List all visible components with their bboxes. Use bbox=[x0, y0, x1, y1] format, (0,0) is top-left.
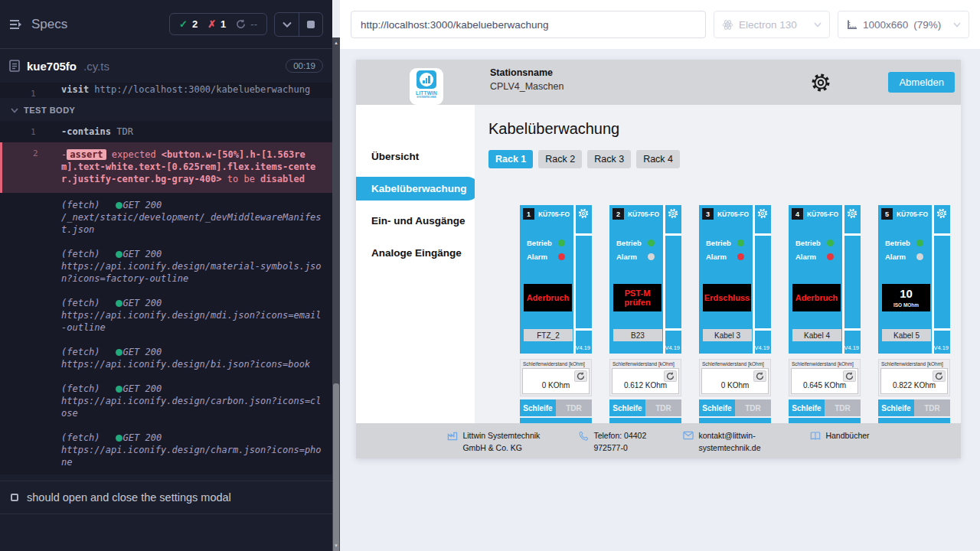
led-label: Betrieb bbox=[527, 239, 553, 247]
spec-file-icon bbox=[9, 60, 20, 72]
tdr-button[interactable]: TDR bbox=[735, 399, 771, 416]
fetch-url: https://api.iconify.design/charm.json?ic… bbox=[61, 444, 322, 468]
tab-rack-2[interactable]: Rack 2 bbox=[538, 150, 582, 168]
log-contains-command[interactable]: 1 -contains TDR bbox=[0, 121, 332, 142]
cable-name: B23 bbox=[613, 329, 662, 341]
page-title: Kabelüberwachung bbox=[488, 120, 961, 138]
log-assert-command-failed[interactable]: 2 -assert expected <button.w-[50%].h-[1.… bbox=[0, 142, 332, 193]
sidebar-item-kabel-berwachung[interactable]: Kabelüberwachung bbox=[356, 177, 479, 201]
card-gear-icon[interactable] bbox=[668, 208, 679, 220]
stop-run-button[interactable] bbox=[299, 13, 322, 36]
card-number: 5 bbox=[881, 208, 893, 220]
tdr-button[interactable]: TDR bbox=[556, 399, 592, 416]
tab-rack-4[interactable]: Rack 4 bbox=[636, 150, 680, 168]
stat-failed[interactable]: ✗ 1 bbox=[207, 18, 226, 30]
card-gear-icon[interactable] bbox=[757, 208, 769, 220]
card-gear-icon[interactable] bbox=[936, 208, 948, 220]
reporter-scrollbar[interactable]: ▲ ▼ bbox=[332, 37, 340, 551]
tdr-button[interactable]: TDR bbox=[914, 399, 950, 416]
refresh-button[interactable] bbox=[843, 370, 856, 382]
divider bbox=[842, 205, 844, 354]
resistance-label: Schleifenwiderstand [kOhm] bbox=[880, 360, 948, 368]
tdr-button[interactable]: TDR bbox=[825, 399, 861, 416]
success-dot-icon bbox=[116, 300, 122, 307]
scrollbar-thumb[interactable] bbox=[333, 383, 339, 551]
spec-row[interactable]: kue705fo .cy.ts 00:19 bbox=[0, 49, 332, 83]
betrieb-led-green bbox=[827, 240, 834, 246]
footer-manuals-link[interactable]: Handbücher bbox=[810, 430, 869, 442]
fetch-log-entry[interactable]: (fetch)GET 200https://api.iconify.design… bbox=[0, 242, 332, 291]
fetch-url: https://api.iconify.design/carbon.json?i… bbox=[61, 395, 322, 419]
viewport-select[interactable]: 1000x660 (79%) bbox=[838, 11, 969, 38]
resistance-label: Schleifenwiderstand [kOhm] bbox=[522, 360, 590, 368]
led-row-betrieb: Betrieb bbox=[706, 239, 744, 247]
card-module: 2KÜ705-FOBetriebAlarmPST-M prüfenB23V4.1… bbox=[609, 205, 681, 354]
card-title: KÜ705-FO bbox=[536, 210, 572, 218]
sidebar-item-analoge-eing-nge[interactable]: Analoge Eingänge bbox=[356, 241, 475, 265]
fetch-method: GET 200 bbox=[123, 383, 162, 394]
settings-gear-icon[interactable] bbox=[811, 73, 831, 93]
tab-rack-3[interactable]: Rack 3 bbox=[587, 150, 631, 168]
tdr-button[interactable]: TDR bbox=[645, 399, 681, 416]
fetch-log-entry[interactable]: (fetch)GET 200https://api.iconify.design… bbox=[0, 340, 332, 377]
refresh-button[interactable] bbox=[933, 370, 946, 382]
test-body-section-header[interactable]: TEST BODY bbox=[0, 98, 332, 121]
sidebar-item--bersicht[interactable]: Übersicht bbox=[356, 145, 475, 168]
schleife-button[interactable]: Schleife bbox=[789, 399, 825, 416]
stat-passed[interactable]: ✓ 2 bbox=[179, 18, 198, 30]
specs-menu-icon[interactable] bbox=[9, 18, 24, 31]
logout-button[interactable]: Abmelden bbox=[888, 72, 955, 93]
card-number: 3 bbox=[702, 208, 714, 220]
tab-rack-1[interactable]: Rack 1 bbox=[488, 150, 533, 168]
resistance-panel: Schleifenwiderstand [kOhm]0.822 KOhm bbox=[878, 359, 950, 396]
spec-duration: 00:19 bbox=[286, 59, 323, 73]
refresh-button[interactable] bbox=[753, 370, 766, 382]
refresh-button[interactable] bbox=[574, 370, 587, 382]
alarm-led-on bbox=[558, 253, 565, 260]
app-under-test: Stationsname CPLV4_Maschen Abmelden LITT… bbox=[356, 60, 961, 458]
resistance-label: Schleifenwiderstand [kOhm] bbox=[701, 360, 769, 368]
card-number: 4 bbox=[792, 208, 803, 220]
x-icon: ✗ bbox=[207, 18, 216, 30]
schleife-button[interactable]: Schleife bbox=[520, 399, 556, 416]
fetch-log-entry[interactable]: (fetch)GET 200https://api.iconify.design… bbox=[0, 377, 332, 425]
refresh-button[interactable] bbox=[664, 370, 677, 382]
schleife-button[interactable]: Schleife bbox=[878, 399, 914, 416]
refresh-icon bbox=[236, 19, 246, 29]
fetch-method: GET 200 bbox=[123, 200, 162, 210]
led-label: Alarm bbox=[795, 253, 822, 261]
station-block: Stationsname CPLV4_Maschen bbox=[490, 67, 564, 92]
resistance-panel: Schleifenwiderstand [kOhm]0.612 KOhm bbox=[609, 359, 681, 396]
resistance-panel: Schleifenwiderstand [kOhm]0.645 KOhm bbox=[789, 359, 861, 396]
app-main: Kabelüberwachung Rack 1Rack 2Rack 3Rack … bbox=[475, 105, 961, 458]
url-input[interactable]: http://localhost:3000/kabelueberwachung bbox=[351, 11, 706, 38]
schleife-button[interactable]: Schleife bbox=[609, 399, 645, 416]
browser-select[interactable]: Electron 130 bbox=[714, 11, 830, 38]
resistance-panel: Schleifenwiderstand [kOhm]0 KOhm bbox=[520, 359, 592, 396]
resistance-value: 0.822 KOhm bbox=[893, 381, 936, 390]
app-sidebar: ÜbersichtKabelüberwachungEin- und Ausgän… bbox=[356, 105, 475, 458]
test-stats[interactable]: ✓ 2 ✗ 1 -- bbox=[169, 13, 267, 35]
led-block: BetriebAlarm bbox=[616, 239, 655, 266]
fetch-log-entry[interactable]: (fetch)GET 200https://api.iconify.design… bbox=[0, 425, 332, 474]
aut-stage: http://localhost:3000/kabelueberwachung … bbox=[340, 0, 980, 551]
fetch-label: (fetch) bbox=[61, 200, 100, 210]
fetch-log-entry[interactable]: (fetch)GET 200/_next/static/development/… bbox=[0, 193, 332, 242]
electron-icon bbox=[722, 19, 733, 31]
led-label: Alarm bbox=[527, 253, 553, 261]
card-gear-icon[interactable] bbox=[578, 208, 590, 220]
resistance-box: 0 KOhm bbox=[701, 368, 769, 394]
led-row-betrieb: Betrieb bbox=[527, 239, 565, 247]
scroll-up-arrow[interactable]: ▲ bbox=[332, 39, 340, 47]
log-visit-command[interactable]: 1 visit http://localhost:3000/kabelueber… bbox=[0, 83, 332, 98]
collapse-tests-button[interactable] bbox=[275, 13, 299, 36]
fetch-log-entry[interactable]: (fetch)GET 200https://api.iconify.design… bbox=[0, 291, 332, 340]
sidebar-item-ein-und-ausg-nge[interactable]: Ein- und Ausgänge bbox=[356, 209, 475, 233]
stat-pending[interactable]: -- bbox=[236, 18, 257, 30]
footer-email: kontakt@littwin-systemtechnik.de bbox=[683, 430, 763, 455]
scroll-down-arrow[interactable]: ▼ bbox=[332, 542, 340, 549]
next-test-row[interactable]: should open and close the settings modal bbox=[0, 481, 332, 514]
schleife-button[interactable]: Schleife bbox=[699, 399, 735, 416]
card-gear-icon[interactable] bbox=[847, 208, 858, 220]
firmware-version: V4.19 bbox=[933, 344, 949, 351]
